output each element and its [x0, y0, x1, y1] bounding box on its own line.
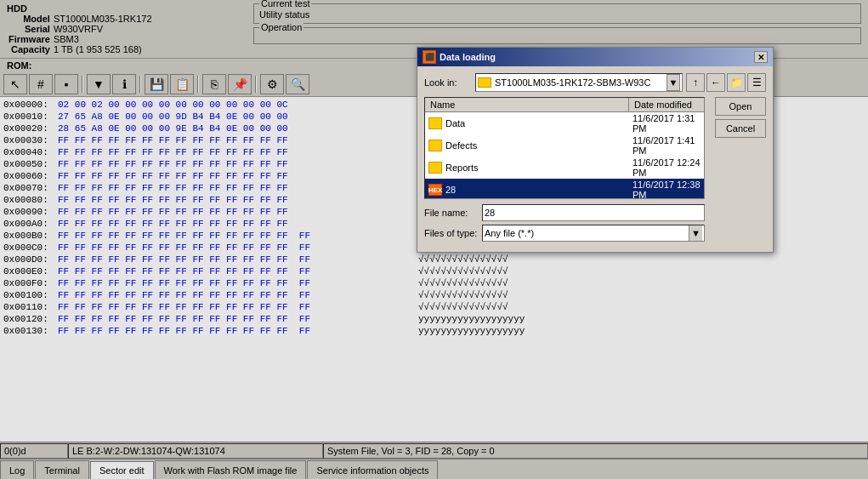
look-in-arrow[interactable]: ▼ — [667, 74, 680, 91]
file-date: 11/6/2017 12:38 PM — [633, 180, 701, 199]
file-list-wrapper: Name Date modified Data11/6/2017 1:31 PM… — [424, 97, 705, 245]
folder-icon — [428, 162, 442, 174]
file-item[interactable]: Defects11/6/2017 1:41 PM — [425, 134, 704, 157]
file-area: Name Date modified Data11/6/2017 1:31 PM… — [424, 97, 766, 245]
look-in-row: Look in: ST1000LM035-1RK172-SBM3-W93C ▼ … — [424, 73, 766, 92]
dialog-title-text: Data loading — [440, 52, 496, 62]
look-in-value: ST1000LM035-1RK172-SBM3-W93C — [495, 77, 663, 88]
folder-icon — [478, 77, 491, 88]
file-date: 11/6/2017 1:31 PM — [633, 113, 701, 134]
files-of-type-select[interactable]: Any file (*.*) ▼ — [482, 225, 705, 242]
new-folder-btn[interactable]: 📁 — [727, 73, 746, 92]
col-date[interactable]: Date modified — [629, 98, 704, 111]
files-of-type-arrow[interactable]: ▼ — [689, 225, 702, 241]
dialog-titlebar: ⬛ Data loading ✕ — [417, 48, 773, 66]
file-name-input[interactable] — [482, 204, 705, 221]
file-name-row: File name: — [424, 204, 705, 221]
nav-up-btn[interactable]: ↑ — [686, 73, 705, 92]
look-in-label: Look in: — [424, 77, 475, 88]
file-name: Defects — [445, 140, 633, 151]
file-name: Reports — [445, 163, 633, 173]
files-of-type-value: Any file (*.*) — [485, 228, 534, 238]
file-date: 11/6/2017 1:41 PM — [633, 135, 701, 156]
file-name: 28 — [445, 185, 633, 195]
open-btn[interactable]: Open — [715, 97, 766, 116]
file-item[interactable]: HEX2811/6/2017 12:38 PM — [425, 179, 704, 199]
col-name[interactable]: Name — [425, 98, 629, 111]
data-loading-dialog: ⬛ Data loading ✕ Look in: ST1000LM035-1R… — [417, 47, 774, 253]
dialog-title-left: ⬛ Data loading — [423, 50, 496, 64]
nav-back-btn[interactable]: ← — [706, 73, 725, 92]
cancel-btn[interactable]: Cancel — [715, 119, 766, 138]
view-btn[interactable]: ☰ — [747, 73, 766, 92]
hex-file-icon: HEX — [428, 184, 442, 196]
dialog-body: Look in: ST1000LM035-1RK172-SBM3-W93C ▼ … — [417, 66, 773, 252]
main-window: HDD Model ST1000LM035-1RK172 Serial W930… — [0, 0, 868, 479]
file-item[interactable]: Data11/6/2017 1:31 PM — [425, 112, 704, 134]
dialog-app-icon: ⬛ — [423, 50, 436, 64]
folder-icon — [428, 117, 442, 129]
file-list-header: Name Date modified — [425, 98, 704, 112]
files-of-type-row: Files of type: Any file (*.*) ▼ — [424, 225, 705, 242]
dialog-close-btn[interactable]: ✕ — [754, 51, 768, 63]
files-of-type-label: Files of type: — [424, 228, 482, 238]
look-in-combo[interactable]: ST1000LM035-1RK172-SBM3-W93C ▼ — [475, 73, 683, 92]
file-item[interactable]: Reports11/6/2017 12:24 PM — [425, 157, 704, 179]
folder-icon — [428, 140, 442, 151]
file-list: Data11/6/2017 1:31 PMDefects11/6/2017 1:… — [425, 112, 704, 199]
file-name-label: File name: — [424, 208, 482, 218]
dialog-buttons: Open Cancel — [715, 97, 766, 245]
dialog-toolbar: ↑ ← 📁 ☰ — [686, 73, 766, 92]
file-date: 11/6/2017 12:24 PM — [633, 157, 701, 178]
file-name: Data — [445, 118, 633, 128]
file-list-container[interactable]: Name Date modified Data11/6/2017 1:31 PM… — [424, 97, 705, 199]
